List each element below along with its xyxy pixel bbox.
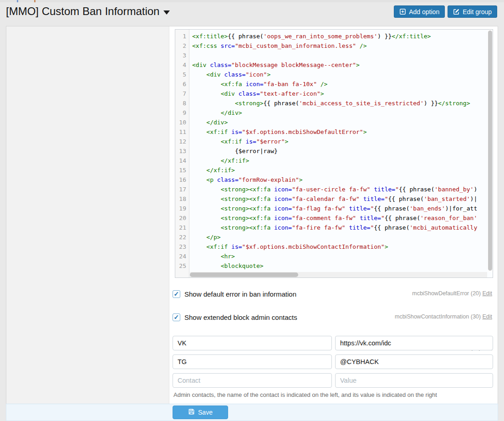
default-error-row-label: mcbiShowDefaultError (20) Edit: [412, 290, 492, 297]
contact-value-input-1[interactable]: [335, 336, 493, 350]
options-block: Custom ban info template: mcbiCustomBanI…: [6, 26, 498, 404]
page-title: [MMO] Custom Ban Information: [6, 5, 159, 18]
contact-info-row-label: mcbiShowContactInformation (30) Edit: [395, 313, 492, 320]
add-option-label: Add option: [409, 8, 439, 15]
edit-group-label: Edit group: [463, 8, 492, 15]
form-footer: Save: [6, 404, 498, 421]
admin-contacts-explain: Admin contacts, the name of the contact …: [173, 391, 437, 398]
checkbox-label[interactable]: Show extended block admin contacts: [184, 313, 297, 321]
page-title-row: [MMO] Custom Ban Information: [6, 5, 170, 18]
contact-info-option: Show extended block admin contacts: [173, 313, 297, 321]
horizontal-scrollbar-thumb[interactable]: [190, 272, 298, 277]
option-id: mcbiShowContactInformation (30): [395, 313, 481, 320]
editor-gutter: 1234567891011121314151617181920212223242…: [175, 30, 189, 277]
floppy-disk-icon: [188, 408, 195, 416]
show-default-error-checkbox[interactable]: [173, 290, 180, 298]
edit-option-link[interactable]: Edit: [482, 290, 492, 297]
editor-horizontal-scrollbar[interactable]: [190, 272, 487, 277]
title-dropdown-icon[interactable]: [163, 10, 170, 15]
header-actions: Add option Edit group: [394, 5, 497, 18]
plus-square-icon: [399, 8, 406, 15]
contact-pair-row: [173, 373, 493, 388]
contact-value-input-3[interactable]: [335, 373, 493, 388]
code-editor[interactable]: 1234567891011121314151617181920212223242…: [175, 29, 493, 278]
contact-name-input-3[interactable]: [173, 373, 332, 388]
edit-option-link[interactable]: Edit: [482, 313, 492, 320]
default-error-option: Show default error in ban information: [173, 290, 296, 298]
contact-name-input-2[interactable]: [173, 354, 332, 369]
contact-value-input-2[interactable]: [335, 354, 493, 369]
save-label: Save: [198, 409, 213, 416]
edit-group-button[interactable]: Edit group: [448, 5, 497, 18]
save-button[interactable]: Save: [173, 406, 228, 419]
vertical-scrollbar-thumb[interactable]: [488, 31, 492, 271]
editor-code[interactable]: <xf:title>{{ phrase('oops_we_ran_into_so…: [190, 31, 493, 277]
editor-vertical-scrollbar[interactable]: [488, 30, 493, 272]
label-column: [6, 26, 169, 404]
edit-pencil-icon: [453, 8, 460, 15]
show-contact-info-checkbox[interactable]: [173, 313, 180, 321]
option-id: mcbiShowDefaultError (20): [412, 290, 481, 297]
contact-pair-row: [173, 354, 493, 369]
add-option-button[interactable]: Add option: [394, 5, 445, 18]
contact-name-input-1[interactable]: [173, 336, 332, 350]
top-edge-artifacts: [0, 0, 504, 2]
artifact-mark: [17, 0, 18, 2]
artifact-mark: [34, 0, 36, 2]
checkbox-label[interactable]: Show default error in ban information: [184, 290, 296, 298]
contact-pair-row: [173, 336, 493, 350]
